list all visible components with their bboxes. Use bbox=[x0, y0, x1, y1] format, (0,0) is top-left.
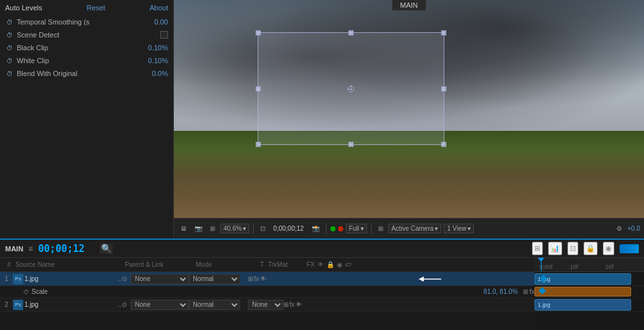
col-source: Source Name bbox=[15, 261, 125, 268]
keyframe-icon-1[interactable]: ⊞ bbox=[248, 275, 253, 282]
handle-mid-right[interactable] bbox=[441, 86, 446, 92]
quality-dropdown[interactable]: Full ▾ bbox=[346, 224, 367, 233]
zoom-chevron: ▾ bbox=[243, 225, 246, 232]
timeline-panel: MAIN ≡ 00;00;12 ⊞ 📊 ⊡ 🔒 ◉ # Source Name … bbox=[0, 238, 644, 330]
fit-icon-btn[interactable]: ⊡ bbox=[258, 224, 268, 233]
keyframe-icon-2[interactable]: ⊞ bbox=[283, 301, 289, 308]
effect-blend: ⏱ Blend With Original 0.0% bbox=[5, 68, 168, 79]
col-mode: Mode bbox=[196, 261, 260, 268]
handle-top-left[interactable] bbox=[256, 30, 261, 35]
fx-label-2[interactable]: fx bbox=[290, 301, 295, 308]
audio-header-icon: 🔒 bbox=[327, 261, 334, 268]
effect-scene-detect: ⏱ Scene Detect bbox=[5, 30, 168, 40]
handle-mid-left[interactable] bbox=[256, 86, 261, 92]
camera-value: Active Camera bbox=[392, 225, 434, 232]
clip-sub-row-scale bbox=[535, 286, 644, 298]
clock-icon-3: ⏱ bbox=[5, 43, 14, 52]
effect-value-temporal[interactable]: 0.00 bbox=[155, 18, 168, 26]
video-label: MAIN bbox=[392, 0, 426, 10]
scale-clip bbox=[535, 287, 631, 296]
timeline-timecode: 00;00;12 bbox=[38, 243, 84, 255]
views-dropdown[interactable]: 1 View ▾ bbox=[444, 224, 474, 233]
effect-value-white[interactable]: 0.10% bbox=[148, 57, 168, 64]
track-2-parent-select[interactable]: None bbox=[131, 300, 189, 310]
track-1-mode-select[interactable]: Normal bbox=[189, 274, 240, 284]
sub-link-icon: ⊞ bbox=[523, 288, 528, 295]
camera-icon-btn[interactable]: 📷 bbox=[192, 224, 205, 233]
monitor-icon-btn[interactable]: 🖥 bbox=[178, 224, 189, 233]
effect-black-clip: ⏱ Black Clip 0.10% bbox=[5, 43, 168, 53]
separator-3 bbox=[371, 224, 372, 234]
track-row-1: 1 Ps 1.jpg .. ⊙ None Normal ⊞ fx 👁 bbox=[0, 272, 535, 286]
zoom-value: 40.6% bbox=[223, 225, 242, 232]
effect-label-black: Black Clip bbox=[17, 44, 148, 52]
handle-bottom-right[interactable] bbox=[441, 142, 446, 147]
render-icon-btn[interactable]: ⚙ bbox=[614, 224, 625, 233]
effect-value-blend[interactable]: 0.0% bbox=[152, 70, 168, 77]
clip-block-2[interactable]: 1.jpg bbox=[535, 299, 631, 311]
track-2-name: 1.jpg bbox=[24, 301, 118, 308]
sub-value-scale: 81.0, 81.0% bbox=[484, 288, 518, 295]
track-2-mode-select[interactable]: Normal bbox=[189, 300, 240, 310]
track-column-headers: # Source Name Parent & Link Mode T TrkMa… bbox=[0, 258, 535, 272]
sub-scale-value[interactable]: 81.0, 81.0% bbox=[484, 288, 518, 295]
ruler-mark-0: 0;00f bbox=[540, 264, 553, 270]
timecode-display: 0;00;00;12 bbox=[273, 225, 303, 232]
playhead[interactable] bbox=[541, 258, 542, 271]
ruler-mark-2: 20f bbox=[605, 264, 614, 270]
track-1-fx-icons: ⊞ fx 👁 bbox=[248, 275, 535, 282]
track-row-2: 2 Ps 1.jpg .. ⊙ None Normal None ⊞ fx bbox=[0, 298, 535, 312]
timeline-blue-bar bbox=[620, 244, 639, 253]
about-link[interactable]: About bbox=[149, 4, 168, 12]
view-icon-btn[interactable]: ⊞ bbox=[375, 224, 386, 233]
clip-block-1[interactable]: 1.jpg bbox=[535, 273, 631, 285]
track-2-icon: Ps bbox=[13, 300, 23, 310]
clock-icon-4: ⏱ bbox=[5, 56, 14, 65]
track-1-parent-select[interactable]: None bbox=[131, 274, 189, 284]
timeline-menu-icon[interactable]: ≡ bbox=[28, 244, 33, 253]
clip-row-1: 1.jpg bbox=[535, 272, 644, 286]
track-icon-btn[interactable]: ⊡ bbox=[567, 242, 578, 255]
red-status-dot bbox=[338, 226, 343, 231]
comp-icon-btn[interactable]: ⊞ bbox=[532, 242, 543, 255]
track-1-icon: Ps bbox=[13, 274, 23, 284]
scene-detect-checkbox[interactable] bbox=[160, 31, 168, 39]
effect-value-black[interactable]: 0.10% bbox=[148, 44, 168, 52]
grid-icon-btn[interactable]: ⊞ bbox=[207, 224, 218, 233]
green-status-dot bbox=[330, 226, 336, 231]
sub-fx-icon[interactable]: fx bbox=[529, 288, 535, 295]
snapshot-btn[interactable]: 📸 bbox=[309, 224, 322, 233]
fx-label-1[interactable]: fx bbox=[254, 275, 260, 282]
sub-label-scale: Scale bbox=[32, 288, 484, 295]
vis-icon-2[interactable]: 👁 bbox=[296, 301, 302, 308]
lock-icon-btn[interactable]: 🔒 bbox=[583, 242, 598, 255]
clock-icon-2: ⏱ bbox=[5, 30, 14, 39]
handle-top-right[interactable] bbox=[441, 30, 446, 35]
effect-label-white: White Clip bbox=[17, 57, 148, 64]
video-toolbar: 🖥 📷 ⊞ 40.6% ▾ ⊡ 0;00;00;12 📸 Full ▾ ⊞ Ac… bbox=[174, 218, 644, 238]
handle-bottom-center[interactable] bbox=[348, 142, 354, 147]
camera-dropdown[interactable]: Active Camera ▾ bbox=[388, 224, 442, 233]
effect-label-temporal: Temporal Smoothing (s bbox=[17, 18, 155, 26]
handle-top-center[interactable] bbox=[348, 30, 354, 35]
timeline-tracks: # Source Name Parent & Link Mode T TrkMa… bbox=[0, 258, 644, 330]
selection-box[interactable] bbox=[258, 32, 444, 145]
effect-temporal: ⏱ Temporal Smoothing (s 0.00 bbox=[5, 17, 168, 27]
graph-icon-btn[interactable]: 📊 bbox=[548, 242, 562, 255]
track-1-parent-icon: ⊙ bbox=[122, 275, 131, 282]
vis-icon-1[interactable]: 👁 bbox=[260, 275, 267, 282]
ruler-mark-1: 10f bbox=[570, 264, 578, 270]
timeline-title: MAIN bbox=[5, 245, 23, 253]
handle-bottom-left[interactable] bbox=[256, 142, 261, 147]
camera-chevron: ▾ bbox=[435, 225, 438, 232]
panel-title: Auto Levels bbox=[5, 4, 42, 12]
solo-icon-btn[interactable]: ◉ bbox=[603, 242, 614, 255]
reset-link[interactable]: Reset bbox=[86, 4, 105, 12]
track-2-trkmat-select[interactable]: None bbox=[248, 300, 283, 310]
timeline-search[interactable] bbox=[100, 244, 113, 254]
center-anchor bbox=[348, 86, 354, 92]
quality-chevron: ▾ bbox=[361, 225, 364, 232]
sub-clock-icon: ⏱ bbox=[23, 289, 29, 295]
effect-label-blend: Blend With Original bbox=[17, 70, 152, 77]
zoom-dropdown[interactable]: 40.6% ▾ bbox=[220, 224, 249, 233]
